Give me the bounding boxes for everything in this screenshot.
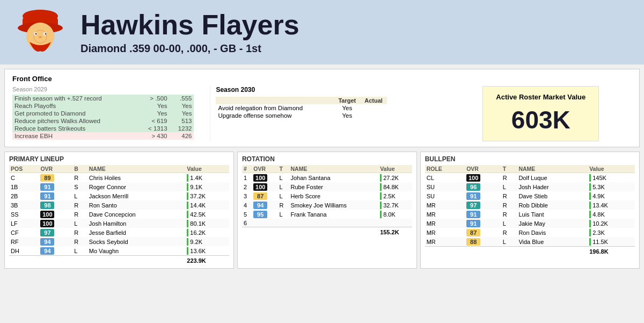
bar-indicator-icon <box>380 192 382 200</box>
pitcher-name: Frank Tanana <box>289 210 378 219</box>
team-name: Hawkins Flayers <box>80 10 299 40</box>
fo-2030-col-actual: Actual <box>360 97 387 104</box>
lineup-row: RF 94 R Socks Seybold 9.2K <box>9 237 229 246</box>
goal-target: > 430 <box>137 132 169 140</box>
bullpen-col-role: ROLE <box>425 165 465 173</box>
player-name: Dave Concepcion <box>87 210 186 219</box>
rotation-col-value: Value <box>378 165 412 173</box>
lineup-col-ovr: OVR <box>39 165 72 173</box>
goal-2030-actual <box>360 104 387 112</box>
team-subtitle: Diamond .359 00-00, .000, - GB - 1st <box>80 42 299 55</box>
pitcher-name: Johan Santana <box>289 173 378 183</box>
goal-name: Reach Playoffs <box>12 102 137 110</box>
market-value-box: Active Roster Market Value 603K <box>482 86 599 141</box>
rotation-col-ovr: OVR <box>252 165 277 173</box>
ovr-badge: 87 <box>466 229 480 236</box>
pitcher-name <box>289 219 378 227</box>
reliever-role: MR <box>425 200 465 210</box>
bullpen-row: CL 100 R Dolf Luque 145K <box>425 173 635 183</box>
goal-target: > .500 <box>137 95 169 102</box>
bar-indicator-icon <box>589 238 591 246</box>
bullpen-row: MR 91 R Luis Tiant 4.8K <box>425 210 635 219</box>
player-hand: R <box>72 200 87 210</box>
value-cell: 13.4K <box>589 202 633 209</box>
fo-season-2029-label: Season 2029 <box>12 86 194 92</box>
player-ovr: 100 <box>39 210 72 219</box>
pitcher-value: 84.8K <box>378 182 412 191</box>
bullpen-col-name: NAME <box>517 165 588 173</box>
fo-2030-goal-row: Upgrade offense somehow Yes <box>216 112 386 119</box>
rotation-section: ROTATION # OVR T NAME Value 1 100 L Joha… <box>237 152 417 269</box>
lineup-col-pos: POS <box>9 165 39 173</box>
svg-point-9 <box>39 36 42 38</box>
bullpen-total-label <box>425 247 588 256</box>
player-ovr: 100 <box>39 219 72 228</box>
reliever-ovr: 88 <box>465 237 501 247</box>
svg-point-7 <box>35 33 37 35</box>
bullpen-total-value: 196.8K <box>588 247 635 256</box>
fo-goal-row: Finish season with +.527 record > .500 .… <box>12 95 194 102</box>
bar-indicator-icon <box>589 220 591 227</box>
pitcher-value: 27.2K <box>378 173 412 183</box>
goal-2030-target: Yes <box>334 112 360 119</box>
player-hand: R <box>72 210 87 219</box>
reliever-value: 5.3K <box>588 182 635 191</box>
reliever-hand: L <box>501 182 517 191</box>
value-cell: 32.7K <box>380 202 411 209</box>
goal-actual: 1232 <box>170 125 194 132</box>
player-name: Mo Vaughn <box>87 246 186 256</box>
bullpen-title: BULLPEN <box>425 155 635 163</box>
player-pos: DH <box>9 246 39 256</box>
value-cell: 37.2K <box>187 192 228 200</box>
pitcher-value: 2.5K <box>378 191 412 200</box>
market-value-amount: 603K <box>496 105 586 134</box>
reliever-ovr: 97 <box>465 200 501 210</box>
bar-indicator-icon <box>187 211 188 218</box>
pitcher-ovr: 100 <box>252 182 277 191</box>
lineup-row: 3B 98 R Ron Santo 14.4K <box>9 200 229 210</box>
reliever-name: Dolf Luque <box>517 173 588 183</box>
value-cell: 16.2K <box>187 229 228 236</box>
reliever-hand: L <box>501 219 517 228</box>
pitcher-num: 5 <box>242 210 252 219</box>
pitcher-num: 2 <box>242 182 252 191</box>
rotation-row: 6 <box>242 219 412 227</box>
rotation-total-label <box>242 227 378 236</box>
bar-indicator-icon <box>187 202 188 209</box>
bar-indicator-icon <box>187 220 188 227</box>
pitcher-hand: R <box>277 200 289 210</box>
player-ovr: 97 <box>39 228 72 237</box>
pitcher-value: 32.7K <box>378 200 412 210</box>
player-value: 14.4K <box>185 200 229 210</box>
reliever-role: SU <box>425 191 465 200</box>
goal-actual: .555 <box>170 95 194 102</box>
pitcher-hand: L <box>277 191 289 200</box>
reliever-hand: R <box>501 210 517 219</box>
lineup-col-b: B <box>72 165 87 173</box>
player-value: 37.2K <box>185 191 229 200</box>
ovr-badge: 97 <box>466 202 480 209</box>
front-office-section: Front Office Season 2029 Finish season w… <box>4 69 640 147</box>
ovr-badge: 91 <box>466 220 480 227</box>
fo-goal-row: Get promoted to Diamond Yes Yes <box>12 110 194 117</box>
ovr-badge: 98 <box>40 202 54 209</box>
reliever-ovr: 91 <box>465 219 501 228</box>
value-cell: 27.2K <box>380 174 411 182</box>
player-hand: L <box>72 246 87 256</box>
rotation-col-name: NAME <box>289 165 378 173</box>
player-name: Jesse Barfield <box>87 228 186 237</box>
reliever-role: SU <box>425 182 465 191</box>
player-hand: S <box>72 182 87 191</box>
pitcher-name: Smokey Joe Williams <box>289 200 378 210</box>
player-hand: L <box>72 191 87 200</box>
player-value: 80.1K <box>185 219 229 228</box>
player-name: Socks Seybold <box>87 237 186 246</box>
ovr-badge: 100 <box>40 220 54 227</box>
reliever-hand: R <box>501 173 517 183</box>
bar-indicator-icon <box>187 183 188 191</box>
bullpen-col-value: Value <box>588 165 635 173</box>
bullpen-col-t: T <box>501 165 517 173</box>
reliever-role: MR <box>425 237 465 247</box>
player-value: 13.6K <box>185 246 229 256</box>
bullpen-row: MR 97 R Rob Dibble 13.4K <box>425 200 635 210</box>
